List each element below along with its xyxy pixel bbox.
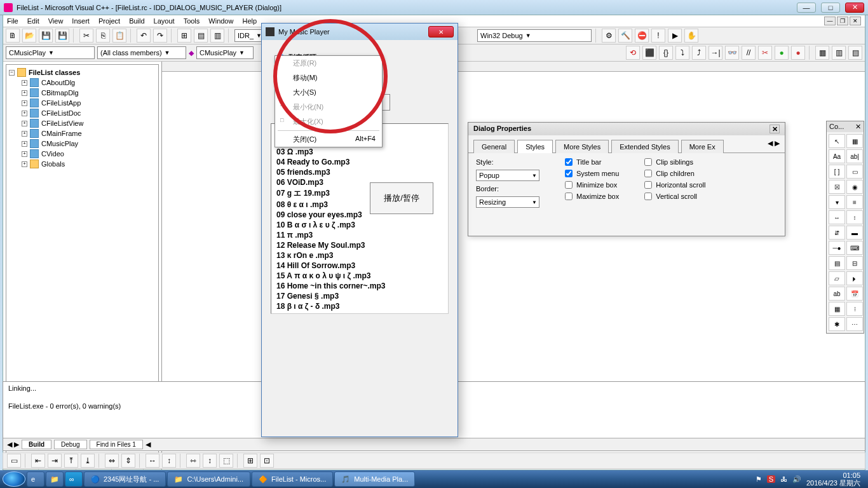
filter-combo[interactable]: (All class members)▼ (97, 46, 186, 59)
cascade-icon[interactable]: ▤ (848, 46, 862, 60)
chk-clipch[interactable]: Clip children (644, 170, 705, 177)
copy-icon[interactable]: ⎘ (96, 29, 110, 43)
player-app-icon[interactable] (266, 27, 275, 36)
tree-item-CVideo[interactable]: +CVideo (9, 149, 156, 159)
track-item[interactable]: 17 Genesi § .mp3 (276, 291, 443, 301)
go-icon[interactable]: ▶ (668, 29, 682, 43)
run-to-cursor-icon[interactable]: →| (709, 46, 722, 60)
ctrl-radio-icon[interactable]: ◉ (846, 180, 863, 194)
undo-icon[interactable]: ↶ (137, 29, 151, 43)
open-icon[interactable]: 📂 (22, 29, 36, 43)
build-icon[interactable]: 🔨 (618, 29, 632, 43)
redo-icon[interactable]: ↷ (153, 29, 167, 43)
sysmenu-restore[interactable]: 还原(R) (275, 56, 382, 71)
ctrl-month-icon[interactable]: ▦ (829, 302, 845, 316)
ctrl-progress-icon[interactable]: ▬ (846, 226, 863, 240)
cut-icon[interactable]: ✂ (79, 29, 93, 43)
start-button[interactable] (3, 471, 25, 487)
menu-help[interactable]: Help (242, 17, 257, 25)
controls-toolbox[interactable]: Co...✕ ↖▦ Aaab| [ ]▭ ☒◉ ▾≡ ↔↕ ⇵▬ ─●⌨ ▤⊟ … (826, 121, 864, 334)
sysmenu-move[interactable]: 移动(M) (275, 71, 382, 85)
track-item[interactable]: 18 β ι α ζ - δ .mp3 (276, 301, 443, 311)
new-file-icon[interactable]: 🗎 (6, 29, 20, 43)
maximize-button[interactable]: □ (821, 3, 840, 13)
menu-window[interactable]: Window (208, 17, 233, 25)
out-tab-debug[interactable]: Debug (54, 440, 86, 449)
ctrl-pointer-icon[interactable]: ↖ (829, 134, 845, 148)
chk-clipsib[interactable]: Clip siblings (644, 158, 705, 166)
chk-vscroll[interactable]: Vertical scroll (644, 193, 705, 200)
prop-tab-extended[interactable]: Extended Styles (611, 140, 679, 153)
ctrl-richedit-icon[interactable]: ab (829, 287, 845, 301)
task-2345[interactable]: 🔵2345网址导航 - ... (84, 471, 166, 487)
prop-tab-more-ext[interactable]: More Ex (681, 140, 724, 153)
class-combo[interactable]: CMusicPlay▼ (6, 46, 95, 59)
track-item[interactable]: 05 friends.mp3 (276, 167, 443, 177)
ctrl-slider-icon[interactable]: ─● (829, 241, 845, 255)
track-item[interactable]: 14 Hill Of Sorrow.mp3 (276, 261, 443, 271)
music-player-window[interactable]: My Music Player ✕ 还原(R) 移动(M) 大小(S) —最小化… (261, 23, 458, 437)
tile-v-icon[interactable]: ▥ (832, 46, 846, 60)
same-height-icon[interactable]: ↕ (203, 454, 217, 468)
ctrl-edit-icon[interactable]: ab| (846, 149, 863, 163)
ctrl-listctrl-icon[interactable]: ▤ (829, 256, 845, 270)
ctrl-vscroll-icon[interactable]: ↕ (846, 210, 863, 224)
ctrl-tab-icon[interactable]: ▱ (829, 271, 845, 285)
tray-sound-icon[interactable]: 🔊 (792, 475, 801, 484)
ctrl-static-icon[interactable]: Aa (829, 149, 845, 163)
tree-item-CFileListView[interactable]: +CFileListView (9, 118, 156, 128)
tree-item-CMusicPlay[interactable]: +CMusicPlay (9, 139, 156, 149)
same-width-icon[interactable]: ⇿ (186, 454, 200, 468)
save-icon[interactable]: 💾 (39, 29, 53, 43)
task-player[interactable]: 🎵Multi-Media Pla... (334, 471, 415, 487)
chk-sysmenu[interactable]: System menu (565, 170, 619, 177)
ctrl-check-icon[interactable]: ☒ (829, 180, 845, 194)
minimize-button[interactable]: — (797, 3, 816, 13)
tile-h-icon[interactable]: ▦ (815, 46, 829, 60)
mdi-restore-button[interactable]: ❐ (837, 17, 848, 25)
mdi-minimize-button[interactable]: — (824, 17, 836, 25)
close-button[interactable]: ✕ (845, 3, 864, 13)
chk-titlebar[interactable]: Title bar (565, 158, 619, 166)
tree-item-CFileListApp[interactable]: +CFileListApp (9, 98, 156, 108)
playlist[interactable]: 01 β ios.mp302 α .mp303 Ω .mp304 Ready t… (271, 123, 449, 314)
execute-icon[interactable]: ! (651, 29, 665, 43)
prop-close-button[interactable]: ✕ (770, 125, 780, 133)
memory-icon[interactable]: ● (791, 46, 805, 60)
breakpoint-hand-icon[interactable]: ✋ (684, 29, 698, 43)
ctrlbox-close-icon[interactable]: ✕ (855, 123, 861, 131)
member-combo[interactable]: CMusicPlay▼ (196, 46, 254, 59)
track-item[interactable]: 11 π .mp3 (276, 230, 443, 240)
toggle-grid-icon[interactable]: ⊞ (243, 454, 257, 468)
ctrl-combo-icon[interactable]: ▾ (829, 195, 845, 209)
system-tray[interactable]: ⚑ S 🖧 🔊 01:05 2016/4/23 星期六 (756, 471, 865, 487)
variables-icon[interactable]: ✂ (758, 46, 772, 60)
dialog-properties-panel[interactable]: Dialog Properties✕ General Styles More S… (468, 122, 785, 236)
registers-icon[interactable]: ● (775, 46, 789, 60)
tree-item-CFileListDoc[interactable]: +CFileListDoc (9, 108, 156, 118)
tree-item-CBitmapDlg[interactable]: +CBitmapDlg (9, 88, 156, 98)
toggle-guides-icon[interactable]: ⊡ (260, 454, 274, 468)
same-size-icon[interactable]: ⬚ (219, 454, 233, 468)
workspace-icon[interactable]: ⊞ (177, 29, 191, 43)
ctrl-hscroll-icon[interactable]: ↔ (829, 210, 845, 224)
menu-layout[interactable]: Layout (154, 17, 175, 25)
menu-insert[interactable]: Insert (72, 17, 90, 25)
track-item[interactable]: 13 κ rOn е .mp3 (276, 250, 443, 261)
menu-edit[interactable]: Edit (27, 17, 39, 25)
align-bottom-icon[interactable]: ⤓ (81, 454, 95, 468)
sysmenu-size[interactable]: 大小(S) (275, 85, 382, 100)
prop-tab-general[interactable]: General (473, 140, 515, 153)
tray-s-icon[interactable]: S (767, 475, 775, 483)
center-v-icon[interactable]: ⇕ (121, 454, 135, 468)
watch-icon[interactable]: // (742, 46, 756, 60)
prop-tab-more-styles[interactable]: More Styles (555, 140, 609, 153)
border-select[interactable]: Resizing (476, 196, 539, 208)
chk-minbox[interactable]: Minimize box (565, 181, 619, 189)
menu-tools[interactable]: Tools (184, 17, 200, 25)
track-item[interactable]: 04 Ready to Go.mp3 (276, 157, 443, 167)
pinned-explorer-icon[interactable]: 📁 (46, 471, 64, 487)
ctrl-group-icon[interactable]: [ ] (829, 165, 845, 179)
menu-build[interactable]: Build (129, 17, 144, 25)
menu-project[interactable]: Project (98, 17, 120, 25)
